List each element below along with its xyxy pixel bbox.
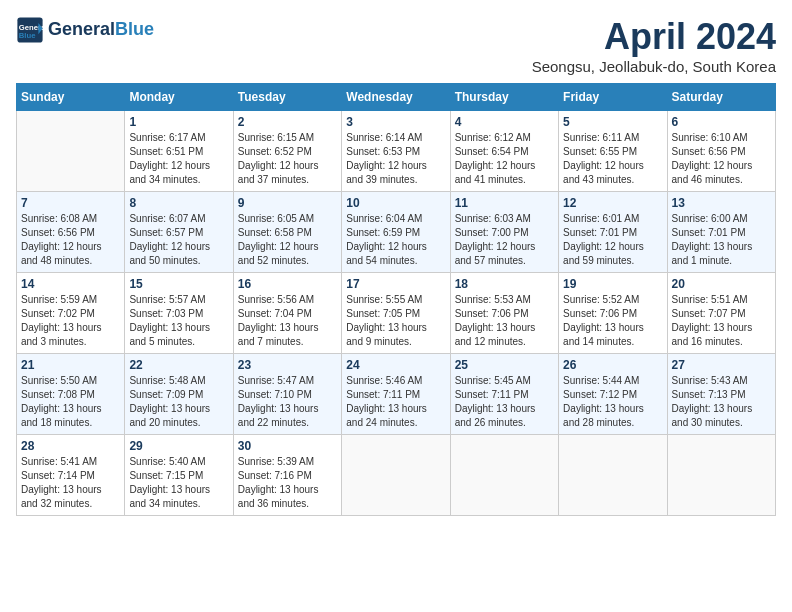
calendar-table: SundayMondayTuesdayWednesdayThursdayFrid… bbox=[16, 83, 776, 516]
calendar-cell: 23Sunrise: 5:47 AMSunset: 7:10 PMDayligh… bbox=[233, 354, 341, 435]
calendar-cell: 20Sunrise: 5:51 AMSunset: 7:07 PMDayligh… bbox=[667, 273, 775, 354]
day-number: 3 bbox=[346, 115, 445, 129]
day-info: Sunrise: 6:01 AMSunset: 7:01 PMDaylight:… bbox=[563, 212, 662, 268]
day-info: Sunrise: 5:55 AMSunset: 7:05 PMDaylight:… bbox=[346, 293, 445, 349]
day-info: Sunrise: 5:45 AMSunset: 7:11 PMDaylight:… bbox=[455, 374, 554, 430]
calendar-cell: 17Sunrise: 5:55 AMSunset: 7:05 PMDayligh… bbox=[342, 273, 450, 354]
day-info: Sunrise: 5:51 AMSunset: 7:07 PMDaylight:… bbox=[672, 293, 771, 349]
header-cell-thursday: Thursday bbox=[450, 84, 558, 111]
day-number: 24 bbox=[346, 358, 445, 372]
day-number: 5 bbox=[563, 115, 662, 129]
calendar-cell: 18Sunrise: 5:53 AMSunset: 7:06 PMDayligh… bbox=[450, 273, 558, 354]
calendar-cell: 4Sunrise: 6:12 AMSunset: 6:54 PMDaylight… bbox=[450, 111, 558, 192]
calendar-cell: 16Sunrise: 5:56 AMSunset: 7:04 PMDayligh… bbox=[233, 273, 341, 354]
day-number: 28 bbox=[21, 439, 120, 453]
day-info: Sunrise: 6:11 AMSunset: 6:55 PMDaylight:… bbox=[563, 131, 662, 187]
day-info: Sunrise: 5:43 AMSunset: 7:13 PMDaylight:… bbox=[672, 374, 771, 430]
day-number: 23 bbox=[238, 358, 337, 372]
day-info: Sunrise: 6:05 AMSunset: 6:58 PMDaylight:… bbox=[238, 212, 337, 268]
day-number: 9 bbox=[238, 196, 337, 210]
day-info: Sunrise: 6:14 AMSunset: 6:53 PMDaylight:… bbox=[346, 131, 445, 187]
calendar-cell: 22Sunrise: 5:48 AMSunset: 7:09 PMDayligh… bbox=[125, 354, 233, 435]
day-number: 26 bbox=[563, 358, 662, 372]
calendar-cell: 13Sunrise: 6:00 AMSunset: 7:01 PMDayligh… bbox=[667, 192, 775, 273]
day-number: 27 bbox=[672, 358, 771, 372]
calendar-cell: 6Sunrise: 6:10 AMSunset: 6:56 PMDaylight… bbox=[667, 111, 775, 192]
day-info: Sunrise: 6:04 AMSunset: 6:59 PMDaylight:… bbox=[346, 212, 445, 268]
header-row: SundayMondayTuesdayWednesdayThursdayFrid… bbox=[17, 84, 776, 111]
calendar-cell: 21Sunrise: 5:50 AMSunset: 7:08 PMDayligh… bbox=[17, 354, 125, 435]
calendar-cell: 9Sunrise: 6:05 AMSunset: 6:58 PMDaylight… bbox=[233, 192, 341, 273]
day-number: 19 bbox=[563, 277, 662, 291]
day-number: 30 bbox=[238, 439, 337, 453]
day-info: Sunrise: 6:07 AMSunset: 6:57 PMDaylight:… bbox=[129, 212, 228, 268]
day-number: 29 bbox=[129, 439, 228, 453]
day-info: Sunrise: 6:15 AMSunset: 6:52 PMDaylight:… bbox=[238, 131, 337, 187]
day-number: 11 bbox=[455, 196, 554, 210]
calendar-cell bbox=[450, 435, 558, 516]
calendar-cell: 2Sunrise: 6:15 AMSunset: 6:52 PMDaylight… bbox=[233, 111, 341, 192]
day-info: Sunrise: 6:17 AMSunset: 6:51 PMDaylight:… bbox=[129, 131, 228, 187]
calendar-cell: 1Sunrise: 6:17 AMSunset: 6:51 PMDaylight… bbox=[125, 111, 233, 192]
calendar-cell: 7Sunrise: 6:08 AMSunset: 6:56 PMDaylight… bbox=[17, 192, 125, 273]
location-subtitle: Seongsu, Jeollabuk-do, South Korea bbox=[532, 58, 776, 75]
header-cell-monday: Monday bbox=[125, 84, 233, 111]
day-number: 14 bbox=[21, 277, 120, 291]
day-number: 18 bbox=[455, 277, 554, 291]
day-number: 8 bbox=[129, 196, 228, 210]
day-info: Sunrise: 6:12 AMSunset: 6:54 PMDaylight:… bbox=[455, 131, 554, 187]
calendar-cell: 8Sunrise: 6:07 AMSunset: 6:57 PMDaylight… bbox=[125, 192, 233, 273]
day-info: Sunrise: 5:50 AMSunset: 7:08 PMDaylight:… bbox=[21, 374, 120, 430]
calendar-cell: 15Sunrise: 5:57 AMSunset: 7:03 PMDayligh… bbox=[125, 273, 233, 354]
day-info: Sunrise: 5:59 AMSunset: 7:02 PMDaylight:… bbox=[21, 293, 120, 349]
day-info: Sunrise: 6:03 AMSunset: 7:00 PMDaylight:… bbox=[455, 212, 554, 268]
calendar-cell: 12Sunrise: 6:01 AMSunset: 7:01 PMDayligh… bbox=[559, 192, 667, 273]
day-number: 4 bbox=[455, 115, 554, 129]
calendar-cell: 25Sunrise: 5:45 AMSunset: 7:11 PMDayligh… bbox=[450, 354, 558, 435]
page-header: General Blue GeneralBlue April 2024 Seon… bbox=[16, 16, 776, 75]
logo: General Blue GeneralBlue bbox=[16, 16, 154, 44]
calendar-cell: 14Sunrise: 5:59 AMSunset: 7:02 PMDayligh… bbox=[17, 273, 125, 354]
header-cell-tuesday: Tuesday bbox=[233, 84, 341, 111]
day-number: 7 bbox=[21, 196, 120, 210]
day-number: 1 bbox=[129, 115, 228, 129]
calendar-cell: 11Sunrise: 6:03 AMSunset: 7:00 PMDayligh… bbox=[450, 192, 558, 273]
day-info: Sunrise: 5:47 AMSunset: 7:10 PMDaylight:… bbox=[238, 374, 337, 430]
day-number: 17 bbox=[346, 277, 445, 291]
day-number: 2 bbox=[238, 115, 337, 129]
day-info: Sunrise: 5:44 AMSunset: 7:12 PMDaylight:… bbox=[563, 374, 662, 430]
week-row-3: 14Sunrise: 5:59 AMSunset: 7:02 PMDayligh… bbox=[17, 273, 776, 354]
calendar-cell bbox=[342, 435, 450, 516]
day-info: Sunrise: 5:39 AMSunset: 7:16 PMDaylight:… bbox=[238, 455, 337, 511]
day-info: Sunrise: 5:41 AMSunset: 7:14 PMDaylight:… bbox=[21, 455, 120, 511]
svg-text:Blue: Blue bbox=[19, 31, 36, 40]
day-info: Sunrise: 5:56 AMSunset: 7:04 PMDaylight:… bbox=[238, 293, 337, 349]
day-info: Sunrise: 5:48 AMSunset: 7:09 PMDaylight:… bbox=[129, 374, 228, 430]
day-info: Sunrise: 5:40 AMSunset: 7:15 PMDaylight:… bbox=[129, 455, 228, 511]
calendar-cell bbox=[667, 435, 775, 516]
calendar-cell: 28Sunrise: 5:41 AMSunset: 7:14 PMDayligh… bbox=[17, 435, 125, 516]
calendar-cell bbox=[559, 435, 667, 516]
week-row-2: 7Sunrise: 6:08 AMSunset: 6:56 PMDaylight… bbox=[17, 192, 776, 273]
day-number: 20 bbox=[672, 277, 771, 291]
day-number: 6 bbox=[672, 115, 771, 129]
logo-icon: General Blue bbox=[16, 16, 44, 44]
day-number: 13 bbox=[672, 196, 771, 210]
week-row-4: 21Sunrise: 5:50 AMSunset: 7:08 PMDayligh… bbox=[17, 354, 776, 435]
day-info: Sunrise: 5:53 AMSunset: 7:06 PMDaylight:… bbox=[455, 293, 554, 349]
day-info: Sunrise: 6:08 AMSunset: 6:56 PMDaylight:… bbox=[21, 212, 120, 268]
header-cell-wednesday: Wednesday bbox=[342, 84, 450, 111]
week-row-5: 28Sunrise: 5:41 AMSunset: 7:14 PMDayligh… bbox=[17, 435, 776, 516]
header-cell-sunday: Sunday bbox=[17, 84, 125, 111]
day-info: Sunrise: 6:00 AMSunset: 7:01 PMDaylight:… bbox=[672, 212, 771, 268]
calendar-cell: 19Sunrise: 5:52 AMSunset: 7:06 PMDayligh… bbox=[559, 273, 667, 354]
day-number: 21 bbox=[21, 358, 120, 372]
calendar-cell: 27Sunrise: 5:43 AMSunset: 7:13 PMDayligh… bbox=[667, 354, 775, 435]
day-info: Sunrise: 6:10 AMSunset: 6:56 PMDaylight:… bbox=[672, 131, 771, 187]
header-cell-saturday: Saturday bbox=[667, 84, 775, 111]
day-info: Sunrise: 5:46 AMSunset: 7:11 PMDaylight:… bbox=[346, 374, 445, 430]
header-cell-friday: Friday bbox=[559, 84, 667, 111]
calendar-cell: 26Sunrise: 5:44 AMSunset: 7:12 PMDayligh… bbox=[559, 354, 667, 435]
day-number: 22 bbox=[129, 358, 228, 372]
calendar-cell: 5Sunrise: 6:11 AMSunset: 6:55 PMDaylight… bbox=[559, 111, 667, 192]
